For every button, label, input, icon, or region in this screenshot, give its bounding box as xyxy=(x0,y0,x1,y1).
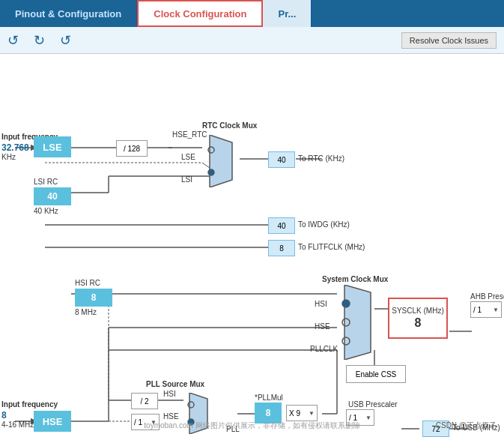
input-freq-bot-label: Input frequency xyxy=(1,400,58,409)
lsi-rc-box: 40 xyxy=(34,187,71,205)
lse-label: LSE xyxy=(43,142,61,153)
to-rtc-value: 40 xyxy=(277,156,285,164)
to-iwdg-val-box: 40 xyxy=(268,217,295,234)
resolve-clock-label: Resolve Clock Issues xyxy=(410,36,488,45)
tab-clock[interactable]: Clock Configuration xyxy=(137,0,263,27)
hse-div1-val: / 1 xyxy=(134,418,142,427)
clock-diagram-canvas: Input frequency 32.768 KHz LSE LSI RC 40… xyxy=(0,54,504,437)
hse-line-label: HSE xyxy=(315,322,330,331)
refresh-icon[interactable]: ↺ xyxy=(60,32,71,49)
enable-css-box[interactable]: Enable CSS xyxy=(346,365,406,383)
toolbar: ↺ ↻ ↺ Resolve Clock Issues xyxy=(0,27,504,54)
tab-pinout-label: Pinout & Configuration xyxy=(15,8,121,19)
svg-point-37 xyxy=(342,300,350,307)
undo-icon[interactable]: ↺ xyxy=(7,32,19,49)
hsi-line-label: HSI xyxy=(315,300,327,308)
sysclk-box-value: 8 xyxy=(415,316,422,330)
pllclk-line-label: PLLCLK xyxy=(310,345,338,353)
lsi-rc-value: 40 xyxy=(47,191,57,202)
sysclk-box-label: SYSCLK (MHz) xyxy=(392,307,443,316)
ahb-val: / 1 xyxy=(473,306,482,314)
sysclk-box: SYSCLK (MHz) 8 xyxy=(388,298,448,339)
div128-box: / 128 xyxy=(116,140,148,157)
pll-source-mux-label: PLL Source Mux xyxy=(146,380,204,388)
diagram-lines xyxy=(0,54,504,437)
div128-label: / 128 xyxy=(124,145,140,153)
input-freq-top-value: 32.768 xyxy=(1,142,29,153)
resolve-clock-button[interactable]: Resolve Clock Issues xyxy=(401,32,497,49)
hsi-pll-label: HSI xyxy=(163,390,176,398)
ahb-prescaler-label: AHB Prescaler xyxy=(470,292,504,301)
rtc-clock-mux-label: RTC Clock Mux xyxy=(202,121,257,130)
brand-text: CSDN @正点原子 xyxy=(436,421,497,431)
hsi-rc-box: 8 xyxy=(75,289,112,307)
to-flit-val-box: 8 xyxy=(268,240,295,256)
pll-val: 8 xyxy=(266,408,271,418)
lse-line-label: LSE xyxy=(181,153,195,161)
tab-pinout[interactable]: Pinout & Configuration xyxy=(0,0,137,27)
x9-val: X 9 xyxy=(289,409,300,418)
pllmul-label: *PLLMul xyxy=(255,394,283,402)
input-freq-bot-value: 8 xyxy=(1,410,7,421)
div2-label: / 2 xyxy=(140,397,148,406)
x9-dropdown[interactable]: X 9 xyxy=(286,405,318,421)
to-rtc-label: To RTC (KHz) xyxy=(298,154,344,163)
watermark-text: toymoban.com 网络图片仅供展示，非存储，如有侵权请联系删除 xyxy=(144,421,359,431)
to-flit-label: To FLITFCLK (MHz) xyxy=(298,243,365,251)
enable-css-label: Enable CSS xyxy=(356,370,396,379)
lsi-rc-label: LSI RC xyxy=(34,178,58,186)
hse-box: HSE xyxy=(34,411,71,432)
svg-marker-33 xyxy=(210,135,232,187)
to-iwdg-value: 40 xyxy=(277,222,285,230)
system-clock-mux-label: System Clock Mux xyxy=(322,275,388,283)
hsi-rc-value: 8 xyxy=(91,292,97,303)
hsi-rc-freq-label: 8 MHz xyxy=(75,308,97,316)
tab-pr-label: Pr... xyxy=(278,8,296,19)
to-flit-value: 8 xyxy=(279,244,284,253)
tab-pr[interactable]: Pr... xyxy=(263,0,312,27)
to-rtc-val-box: 40 xyxy=(268,151,295,168)
usb-prescaler-label: USB Prescaler xyxy=(348,400,398,409)
redo-icon[interactable]: ↻ xyxy=(34,32,45,49)
lsi-rc-freq-label: 40 KHz xyxy=(34,207,58,215)
svg-marker-36 xyxy=(344,285,371,360)
hsi-rc-label: HSI RC xyxy=(75,279,100,287)
to-iwdg-label: To IWDG (KHz) xyxy=(298,220,350,229)
input-freq-top-unit: KHz xyxy=(1,153,16,161)
hse-label: HSE xyxy=(43,416,63,427)
ahb-prescaler-dropdown[interactable]: / 1 xyxy=(470,301,502,318)
svg-point-35 xyxy=(208,169,214,175)
header: Pinout & Configuration Clock Configurati… xyxy=(0,0,504,27)
div2-box: / 2 xyxy=(131,393,158,409)
system-mux-shape xyxy=(337,285,378,360)
input-freq-bot-unit: 4-16 MHz xyxy=(1,421,34,429)
tab-clock-label: Clock Configuration xyxy=(154,8,246,19)
lse-box: LSE xyxy=(34,136,71,157)
rtc-mux-shape xyxy=(202,135,240,187)
hse-pll-label: HSE xyxy=(163,412,179,421)
lsi-line-label: LSI xyxy=(181,175,192,184)
